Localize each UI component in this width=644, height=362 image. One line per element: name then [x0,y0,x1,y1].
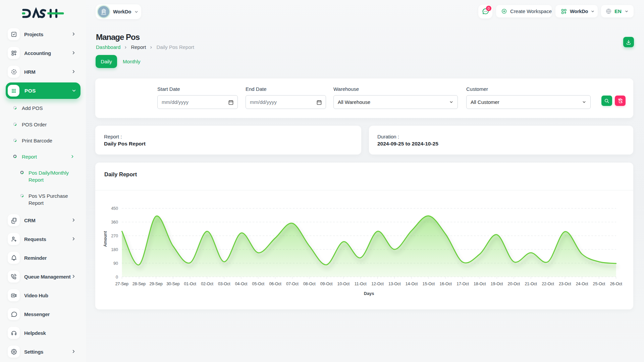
svg-text:15-Oct: 15-Oct [423,282,435,286]
svg-text:28-Sep: 28-Sep [132,282,146,286]
svg-text:05-Oct: 05-Oct [252,282,265,286]
svg-text:0: 0 [116,275,118,280]
svg-text:25-Oct: 25-Oct [593,282,605,286]
svg-text:29-Sep: 29-Sep [149,282,163,286]
svg-text:270: 270 [111,234,118,238]
svg-text:17-Oct: 17-Oct [457,282,469,286]
svg-text:11-Oct: 11-Oct [355,282,367,286]
svg-text:23-Oct: 23-Oct [559,282,571,286]
svg-text:19-Oct: 19-Oct [491,282,503,286]
svg-text:18-Oct: 18-Oct [474,282,486,286]
svg-text:26-Oct: 26-Oct [610,282,622,286]
svg-text:08-Oct: 08-Oct [303,282,316,286]
svg-text:06-Oct: 06-Oct [269,282,281,286]
svg-text:Amount: Amount [103,231,108,247]
svg-text:03-Oct: 03-Oct [218,282,230,286]
svg-text:180: 180 [111,247,118,252]
svg-text:90: 90 [113,261,118,266]
svg-text:09-Oct: 09-Oct [320,282,333,286]
svg-text:13-Oct: 13-Oct [388,282,401,286]
svg-text:20-Oct: 20-Oct [508,282,520,286]
svg-text:16-Oct: 16-Oct [439,282,452,286]
svg-text:04-Oct: 04-Oct [235,282,248,286]
svg-text:02-Oct: 02-Oct [201,282,213,286]
svg-text:14-Oct: 14-Oct [406,282,418,286]
svg-text:24-Oct: 24-Oct [576,282,588,286]
svg-text:01-Oct: 01-Oct [184,282,196,286]
svg-text:450: 450 [111,206,118,211]
svg-text:12-Oct: 12-Oct [371,282,384,286]
svg-text:21-Oct: 21-Oct [525,282,537,286]
svg-text:30-Sep: 30-Sep [166,282,180,286]
svg-text:27-Sep: 27-Sep [115,282,129,286]
svg-text:07-Oct: 07-Oct [286,282,299,286]
svg-text:360: 360 [111,220,118,225]
svg-text:10-Oct: 10-Oct [337,282,350,286]
svg-text:Days: Days [364,291,374,296]
svg-text:22-Oct: 22-Oct [542,282,554,286]
